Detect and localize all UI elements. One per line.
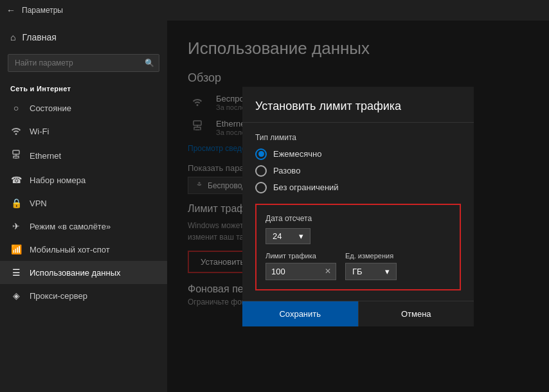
- date-chevron-icon: ▾: [299, 231, 303, 241]
- sidebar-section-title: Сеть и Интернет: [0, 77, 167, 96]
- dialup-icon: ☎: [10, 175, 22, 185]
- radio-once-circle: [255, 165, 267, 177]
- date-label: Дата отсчета: [266, 214, 451, 223]
- status-icon: ○: [10, 103, 22, 113]
- modal-title: Установить лимит трафика: [242, 87, 474, 123]
- unit-col: Ед. измерения ГБ ▾: [345, 252, 397, 280]
- main-layout: ⌂ Главная 🔍 Сеть и Интернет ○ Состояние …: [0, 21, 549, 392]
- unit-value: ГБ: [352, 267, 363, 276]
- modal-body: Тип лимита Ежемесячно Разово Без огра: [242, 123, 474, 301]
- limit-row: Лимит трафика ✕ Ед. измерения ГБ: [266, 252, 451, 280]
- datausage-icon: ☰: [10, 267, 22, 278]
- date-dropdown[interactable]: 24 ▾: [266, 228, 310, 244]
- sidebar-item-airplane[interactable]: ✈ Режим «в самолёте»: [0, 215, 167, 238]
- sidebar-item-ethernet-label: Ethernet: [30, 151, 61, 161]
- sidebar-item-wifi[interactable]: Wi-Fi: [0, 120, 167, 143]
- sidebar-item-proxy[interactable]: ◈ Прокси-сервер: [0, 284, 167, 307]
- radio-unlimited[interactable]: Без ограничений: [255, 182, 461, 193]
- traffic-limit-label: Лимит трафика: [266, 252, 336, 260]
- wifi-icon: [10, 126, 22, 137]
- sidebar: ⌂ Главная 🔍 Сеть и Интернет ○ Состояние …: [0, 21, 167, 392]
- sidebar-item-hotspot[interactable]: 📶 Мобильный хот-спот: [0, 238, 167, 261]
- clear-input-icon[interactable]: ✕: [325, 267, 331, 276]
- modal-dialog: Установить лимит трафика Тип лимита Ежем…: [242, 87, 474, 326]
- search-container: 🔍: [8, 54, 159, 72]
- sidebar-item-ethernet[interactable]: Ethernet: [0, 143, 167, 168]
- sidebar-item-dialup[interactable]: ☎ Набор номера: [0, 168, 167, 192]
- vpn-icon: 🔒: [10, 198, 22, 208]
- radio-monthly-circle: [255, 148, 267, 160]
- cancel-button[interactable]: Отмена: [359, 301, 474, 326]
- modal-overlay: Установить лимит трафика Тип лимита Ежем…: [167, 21, 549, 392]
- unit-chevron-icon: ▾: [385, 267, 390, 276]
- content-area: Использование данных Обзор Беспроводная …: [167, 21, 549, 392]
- sidebar-item-vpn-label: VPN: [30, 199, 47, 208]
- radio-once-label: Разово: [273, 166, 300, 175]
- save-button[interactable]: Сохранить: [242, 301, 358, 326]
- sidebar-item-status-label: Состояние: [30, 103, 71, 113]
- proxy-icon: ◈: [10, 290, 22, 301]
- sidebar-item-status[interactable]: ○ Состояние: [0, 96, 167, 120]
- hotspot-icon: 📶: [10, 244, 22, 254]
- traffic-limit-col: Лимит трафика ✕: [266, 252, 336, 280]
- sidebar-item-datausage-label: Использование данных: [30, 268, 121, 278]
- limit-input-wrap: ✕: [266, 263, 336, 280]
- limit-type-label: Тип лимита: [255, 133, 461, 142]
- sidebar-item-datausage[interactable]: ☰ Использование данных: [0, 261, 167, 284]
- sidebar-item-dialup-label: Набор номера: [30, 175, 86, 185]
- sidebar-item-vpn[interactable]: 🔒 VPN: [0, 192, 167, 215]
- search-input[interactable]: [8, 54, 159, 72]
- sidebar-item-hotspot-label: Мобильный хот-спот: [30, 245, 110, 254]
- date-value: 24: [273, 231, 282, 241]
- highlighted-section: Дата отсчета 24 ▾ Лимит трафика ✕: [255, 204, 461, 290]
- unit-dropdown[interactable]: ГБ ▾: [345, 263, 397, 280]
- back-button[interactable]: ←: [6, 5, 15, 15]
- radio-unlimited-label: Без ограничений: [273, 183, 339, 192]
- sidebar-home-label: Главная: [22, 32, 56, 42]
- radio-group: Ежемесячно Разово Без ограничений: [255, 148, 461, 193]
- radio-unlimited-circle: [255, 182, 267, 193]
- airplane-icon: ✈: [10, 221, 22, 231]
- sidebar-item-proxy-label: Прокси-сервер: [30, 291, 87, 301]
- sidebar-home[interactable]: ⌂ Главная: [0, 26, 167, 49]
- title-bar: ← Параметры: [0, 0, 549, 21]
- ethernet-icon: [10, 150, 22, 162]
- modal-footer: Сохранить Отмена: [242, 301, 474, 326]
- sidebar-item-wifi-label: Wi-Fi: [30, 127, 49, 136]
- title-bar-title: Параметры: [22, 6, 63, 15]
- search-icon: 🔍: [145, 58, 154, 67]
- radio-monthly[interactable]: Ежемесячно: [255, 148, 461, 160]
- radio-monthly-label: Ежемесячно: [273, 149, 322, 159]
- unit-label: Ед. измерения: [345, 252, 397, 260]
- svg-rect-0: [13, 150, 19, 154]
- radio-once[interactable]: Разово: [255, 165, 461, 177]
- sidebar-item-airplane-label: Режим «в самолёте»: [30, 222, 111, 231]
- home-icon: ⌂: [10, 32, 15, 42]
